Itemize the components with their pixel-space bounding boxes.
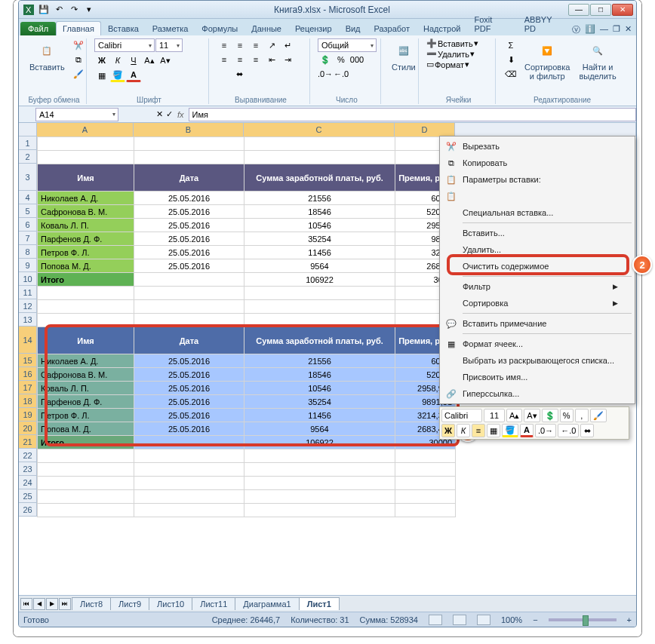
cell[interactable]: Попова М. Д.: [38, 422, 134, 436]
font-size-combo[interactable]: 11: [155, 38, 183, 52]
ctx-clear[interactable]: Очистить содержимое: [441, 258, 633, 274]
row-header-1[interactable]: 1: [19, 136, 36, 150]
col-header-C[interactable]: C: [244, 123, 395, 136]
cell[interactable]: [395, 490, 456, 504]
sort-filter-button[interactable]: 🔽Сортировка и фильтр: [521, 38, 573, 82]
ctx-insert[interactable]: Вставить...: [441, 225, 633, 241]
cell[interactable]: 25.05.2016: [134, 422, 244, 436]
cell[interactable]: [244, 151, 395, 164]
cell[interactable]: [134, 137, 244, 151]
cell[interactable]: [134, 300, 244, 314]
ribbon-min-icon[interactable]: ⓥ: [572, 24, 580, 35]
zoom-out-icon[interactable]: −: [533, 615, 537, 624]
mini-borders-icon[interactable]: ▦: [487, 424, 500, 437]
merge-button[interactable]: ⬌: [217, 67, 262, 81]
cell[interactable]: Сафронова В. М.: [38, 368, 134, 382]
tab-nav-last[interactable]: ⏭: [59, 598, 71, 610]
row-header-17[interactable]: 17: [19, 381, 36, 394]
cell[interactable]: Итого: [38, 273, 134, 287]
align-center-icon[interactable]: ≡: [232, 53, 248, 66]
row-header-24[interactable]: 24: [19, 476, 36, 489]
indent-inc-icon[interactable]: ⇥: [280, 53, 295, 66]
cell[interactable]: [134, 273, 244, 287]
ctx-format-cells[interactable]: ▦Формат ячеек...: [441, 336, 633, 352]
cell[interactable]: [244, 137, 395, 151]
row-header-20[interactable]: 20: [19, 422, 36, 435]
qat-more-icon[interactable]: ▾: [82, 3, 96, 17]
ctx-sort[interactable]: Сортировка▶: [441, 295, 633, 311]
cell[interactable]: 25.05.2016: [134, 382, 244, 395]
cell[interactable]: Дата: [134, 327, 244, 354]
shrink-font-icon[interactable]: A▾: [158, 54, 173, 67]
cell[interactable]: 25.05.2016: [134, 409, 244, 422]
cell[interactable]: 9564: [244, 259, 395, 273]
col-header-A[interactable]: A: [37, 123, 134, 136]
cells-insert[interactable]: ➕Вставить▾: [426, 38, 478, 48]
total-sum[interactable]: 106922: [244, 273, 395, 287]
redo-icon[interactable]: ↷: [67, 3, 81, 17]
sheet-tab-Лист8[interactable]: Лист8: [72, 597, 111, 610]
cell[interactable]: 25.05.2016: [134, 192, 244, 205]
cell[interactable]: [244, 300, 395, 314]
find-select-button[interactable]: 🔍Найти и выделить: [576, 38, 619, 82]
bold-button[interactable]: Ж: [94, 54, 109, 67]
cell[interactable]: [38, 463, 134, 477]
paste-button[interactable]: 📋 Вставить: [26, 38, 68, 73]
cell[interactable]: Сумма заработной платы, руб.: [244, 327, 395, 354]
cell[interactable]: Парфенов Д. Ф.: [38, 232, 134, 246]
cell[interactable]: Петров Ф. Л.: [38, 409, 134, 422]
font-name-combo[interactable]: Calibri: [94, 38, 155, 52]
cell[interactable]: Итого: [38, 436, 134, 449]
cell[interactable]: 25.05.2016: [134, 368, 244, 382]
cells-delete[interactable]: ➖Удалить▾: [426, 49, 475, 59]
indent-dec-icon[interactable]: ⇤: [264, 53, 279, 66]
row-header-5[interactable]: 5: [19, 204, 36, 218]
mini-merge-icon[interactable]: ⬌: [580, 424, 594, 437]
cell[interactable]: [244, 463, 395, 477]
tab-nav-first[interactable]: ⏮: [20, 598, 32, 610]
cell[interactable]: [395, 449, 456, 463]
grow-font-icon[interactable]: A▴: [142, 54, 157, 67]
cell[interactable]: [244, 504, 395, 517]
cut-icon[interactable]: ✂️: [71, 38, 86, 52]
cell[interactable]: 10546: [244, 382, 395, 395]
cell[interactable]: [244, 477, 395, 490]
cell[interactable]: 25.05.2016: [134, 219, 244, 232]
percent-icon[interactable]: %: [334, 53, 349, 66]
maximize-button[interactable]: □: [590, 4, 611, 16]
cell[interactable]: [244, 449, 395, 463]
mdi-restore[interactable]: ❐: [613, 24, 620, 35]
row-header-2[interactable]: 2: [19, 150, 36, 164]
dec-decimal-icon[interactable]: ←.0: [334, 67, 349, 81]
row-header-11[interactable]: 11: [19, 286, 36, 299]
cell[interactable]: [134, 449, 244, 463]
cell[interactable]: Попова М. Д.: [38, 259, 134, 273]
cell[interactable]: 9564: [244, 422, 395, 436]
align-middle-icon[interactable]: ≡: [232, 38, 248, 52]
mini-percent-icon[interactable]: %: [560, 409, 574, 422]
cell[interactable]: 25.05.2016: [134, 354, 244, 368]
cell[interactable]: [38, 287, 134, 300]
cell[interactable]: [134, 504, 244, 517]
cell[interactable]: Имя: [38, 327, 134, 354]
tab-review[interactable]: Рецензир: [288, 21, 339, 35]
cell[interactable]: 11456: [244, 409, 395, 422]
cell[interactable]: [38, 151, 134, 164]
fill-color-button[interactable]: 🪣: [110, 69, 125, 82]
cell[interactable]: [244, 287, 395, 300]
ctx-pick-list[interactable]: Выбрать из раскрывающегося списка...: [441, 352, 633, 369]
cell[interactable]: Сафронова В. М.: [38, 205, 134, 219]
excel-icon[interactable]: X: [22, 3, 35, 17]
ctx-paste-special[interactable]: Специальная вставка...: [441, 204, 633, 221]
cell[interactable]: 10546: [244, 219, 395, 232]
cell[interactable]: Коваль Л. П.: [38, 382, 134, 395]
tab-data[interactable]: Данные: [244, 21, 288, 35]
mdi-close[interactable]: ✕: [625, 24, 632, 35]
formula-bar[interactable]: Имя: [189, 108, 636, 121]
help-icon[interactable]: ℹ️: [585, 24, 595, 35]
font-color-button[interactable]: A: [126, 69, 141, 82]
ctx-define-name[interactable]: Присвоить имя...: [441, 369, 633, 385]
row-header-8[interactable]: 8: [19, 245, 36, 259]
row-header-7[interactable]: 7: [19, 232, 36, 245]
mini-grow-font-icon[interactable]: A▴: [506, 409, 522, 422]
